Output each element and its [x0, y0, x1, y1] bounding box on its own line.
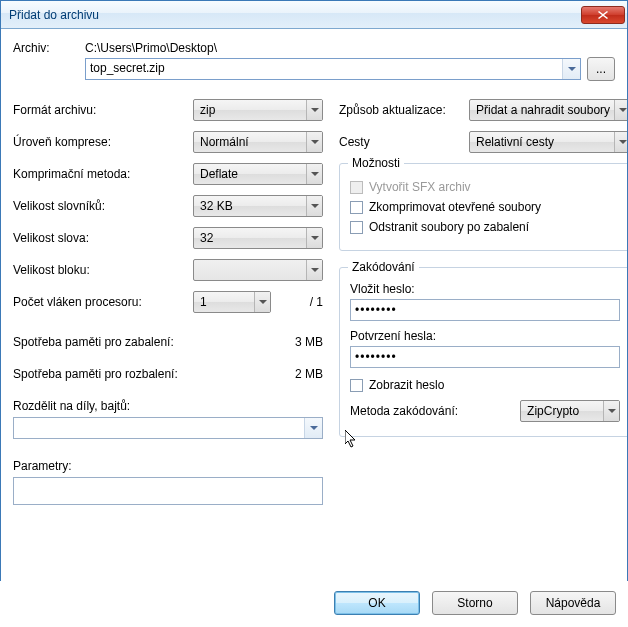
mem-unpack-label: Spotřeba paměti pro rozbalení: — [13, 367, 295, 381]
mem-pack-label: Spotřeba paměti pro zabalení: — [13, 335, 295, 349]
method-value: Deflate — [200, 167, 238, 181]
archive-filename-value: top_secret.zip — [90, 61, 165, 75]
mem-pack-value: 3 MB — [295, 335, 323, 349]
method-combo[interactable]: Deflate — [193, 163, 323, 185]
delete-after-label: Odstranit soubory po zabalení — [369, 220, 529, 234]
mem-unpack-value: 2 MB — [295, 367, 323, 381]
update-label: Způsob aktualizace: — [339, 103, 459, 117]
compress-open-label: Zkomprimovat otevřené soubory — [369, 200, 541, 214]
help-button[interactable]: Nápověda — [530, 591, 616, 615]
window-title: Přidat do archivu — [9, 8, 581, 22]
dict-value: 32 KB — [200, 199, 233, 213]
left-column: Formát archivu: zip Úroveň komprese: Nor… — [13, 99, 323, 515]
compress-open-checkbox[interactable] — [350, 201, 363, 214]
chevron-down-icon — [614, 100, 628, 120]
chevron-down-icon — [304, 418, 322, 438]
sfx-label: Vytvořit SFX archiv — [369, 180, 471, 194]
archive-path: C:\Users\Primo\Desktop\ — [85, 41, 615, 55]
chevron-down-icon — [306, 100, 322, 120]
chevron-down-icon — [254, 292, 270, 312]
paths-combo[interactable]: Relativní cesty — [469, 131, 628, 153]
show-password-checkbox[interactable] — [350, 379, 363, 392]
method-label: Komprimační metoda: — [13, 167, 193, 181]
threads-label: Počet vláken procesoru: — [13, 295, 193, 309]
block-label: Velikost bloku: — [13, 263, 193, 277]
cancel-button[interactable]: Storno — [432, 591, 518, 615]
chevron-down-icon — [306, 196, 322, 216]
params-label: Parametry: — [13, 459, 323, 473]
ok-button[interactable]: OK — [334, 591, 420, 615]
chevron-down-icon — [614, 132, 628, 152]
threads-combo[interactable]: 1 — [193, 291, 271, 313]
compression-combo[interactable]: Normální — [193, 131, 323, 153]
button-bar: OK Storno Nápověda — [0, 581, 628, 627]
threads-value: 1 — [200, 295, 207, 309]
format-value: zip — [200, 103, 215, 117]
encryption-group: Zakódování Vložit heslo: Potvrzení hesla… — [339, 267, 628, 437]
chevron-down-icon — [306, 260, 322, 280]
dict-label: Velikost slovníků: — [13, 199, 193, 213]
right-column: Způsob aktualizace: Přidat a nahradit so… — [339, 99, 628, 515]
password-confirm-label: Potvrzení hesla: — [350, 329, 620, 343]
sfx-checkbox — [350, 181, 363, 194]
word-combo[interactable]: 32 — [193, 227, 323, 249]
chevron-down-icon — [562, 59, 580, 79]
threads-total: / 1 — [310, 295, 323, 309]
chevron-down-icon — [306, 164, 322, 184]
encryption-method-value: ZipCrypto — [527, 404, 579, 418]
encryption-method-label: Metoda zakódování: — [350, 404, 510, 418]
chevron-down-icon — [603, 401, 619, 421]
compression-value: Normální — [200, 135, 249, 149]
archive-filename-combo[interactable]: top_secret.zip — [85, 58, 581, 80]
show-password-label: Zobrazit heslo — [369, 378, 444, 392]
encryption-legend: Zakódování — [348, 260, 419, 274]
browse-button[interactable]: ... — [587, 57, 615, 81]
delete-after-checkbox[interactable] — [350, 221, 363, 234]
update-value: Přidat a nahradit soubory — [476, 103, 610, 117]
chevron-down-icon — [306, 228, 322, 248]
paths-label: Cesty — [339, 135, 459, 149]
help-label: Nápověda — [546, 596, 601, 610]
options-group: Možnosti Vytvořit SFX archiv Zkomprimova… — [339, 163, 628, 251]
password-label: Vložit heslo: — [350, 282, 620, 296]
browse-button-label: ... — [596, 62, 606, 76]
options-legend: Možnosti — [348, 156, 404, 170]
block-combo[interactable] — [193, 259, 323, 281]
format-combo[interactable]: zip — [193, 99, 323, 121]
chevron-down-icon — [306, 132, 322, 152]
close-icon — [598, 11, 608, 19]
compression-label: Úroveň komprese: — [13, 135, 193, 149]
cancel-label: Storno — [457, 596, 492, 610]
encryption-method-combo[interactable]: ZipCrypto — [520, 400, 620, 422]
password-confirm-input[interactable] — [350, 346, 620, 368]
close-button[interactable] — [581, 6, 625, 24]
word-value: 32 — [200, 231, 213, 245]
split-label: Rozdělit na díly, bajtů: — [13, 399, 323, 413]
archive-label: Archiv: — [13, 41, 73, 55]
dialog-client: Archiv: C:\Users\Primo\Desktop\ top_secr… — [1, 29, 627, 525]
paths-value: Relativní cesty — [476, 135, 554, 149]
ok-label: OK — [368, 596, 385, 610]
update-combo[interactable]: Přidat a nahradit soubory — [469, 99, 628, 121]
dict-combo[interactable]: 32 KB — [193, 195, 323, 217]
params-input[interactable] — [13, 477, 323, 505]
password-input[interactable] — [350, 299, 620, 321]
titlebar: Přidat do archivu — [1, 1, 627, 29]
split-combo[interactable] — [13, 417, 323, 439]
format-label: Formát archivu: — [13, 103, 193, 117]
word-label: Velikost slova: — [13, 231, 193, 245]
